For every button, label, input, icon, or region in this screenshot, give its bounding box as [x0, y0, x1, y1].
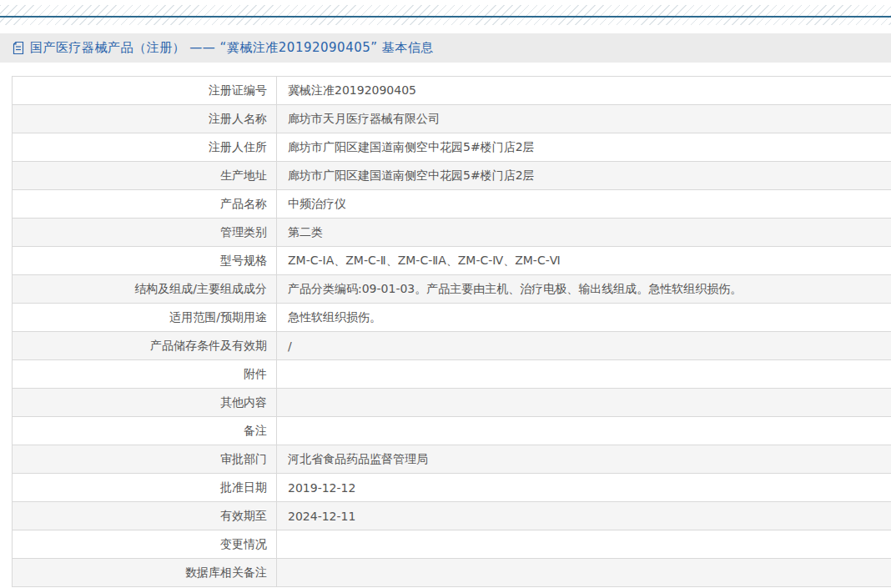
row-value: 河北省食品药品监督管理局	[277, 445, 891, 473]
top-rule-line	[0, 16, 891, 18]
page-title: 国产医疗器械产品（注册） —— “冀械注准20192090405” 基本信息	[30, 40, 434, 56]
table-row: 批准日期 2019-12-12	[13, 474, 891, 502]
table-row: 审批部门 河北省食品药品监督管理局	[13, 445, 891, 474]
row-label: 审批部门	[13, 445, 277, 473]
table-row: 生产地址 廊坊市广阳区建国道南侧空中花园5#楼门店2层	[13, 162, 891, 190]
row-value	[277, 389, 891, 416]
row-label: 变更情况	[13, 530, 277, 558]
row-value: ZM-C-ⅠA、ZM-C-Ⅱ、ZM-C-ⅡA、ZM-C-Ⅳ、ZM-C-Ⅵ	[277, 247, 891, 274]
row-value: 2024-12-11	[277, 502, 891, 530]
row-value: 产品分类编码:09-01-03。产品主要由主机、治疗电极、输出线组成。急性软组织…	[277, 275, 891, 303]
table-row: 数据库相关备注	[13, 559, 891, 587]
table-row: 产品储存条件及有效期 /	[13, 332, 891, 360]
table-row: 变更情况	[13, 530, 891, 559]
page-header: 国产医疗器械产品（注册） —— “冀械注准20192090405” 基本信息	[0, 33, 891, 63]
row-value	[277, 559, 891, 586]
row-label: 数据库相关备注	[13, 559, 277, 586]
row-label: 注册证编号	[13, 77, 277, 104]
document-icon	[12, 41, 25, 55]
row-label: 附件	[13, 360, 277, 388]
row-value: 廊坊市广阳区建国道南侧空中花园5#楼门店2层	[277, 133, 891, 161]
row-label: 批准日期	[13, 474, 277, 501]
table-row: 有效期至 2024-12-11	[13, 502, 891, 530]
table-row: 注册证编号 冀械注准20192090405	[13, 77, 891, 105]
table-row: 管理类别 第二类	[13, 219, 891, 247]
table-row: 其他内容	[13, 389, 891, 417]
row-value: 冀械注准20192090405	[277, 77, 891, 104]
top-decorative-border	[0, 5, 891, 25]
table-row: 结构及组成/主要组成成分 产品分类编码:09-01-03。产品主要由主机、治疗电…	[13, 275, 891, 304]
row-label: 生产地址	[13, 162, 277, 189]
registration-info-table: 注册证编号 冀械注准20192090405 注册人名称 廊坊市天月医疗器械有限公…	[12, 76, 891, 587]
row-label: 产品储存条件及有效期	[13, 332, 277, 359]
row-value	[277, 417, 891, 445]
row-label: 管理类别	[13, 219, 277, 246]
row-value: 第二类	[277, 219, 891, 246]
row-label: 适用范围/预期用途	[13, 304, 277, 331]
row-value: 廊坊市天月医疗器械有限公司	[277, 105, 891, 133]
row-value	[277, 360, 891, 388]
table-row: 注册人名称 廊坊市天月医疗器械有限公司	[13, 105, 891, 133]
row-value: 2019-12-12	[277, 474, 891, 501]
table-row: 注册人住所 廊坊市广阳区建国道南侧空中花园5#楼门店2层	[13, 133, 891, 162]
table-row: 备注	[13, 417, 891, 445]
row-value: 中频治疗仪	[277, 190, 891, 218]
row-value	[277, 530, 891, 558]
row-label: 有效期至	[13, 502, 277, 530]
table-row: 产品名称 中频治疗仪	[13, 190, 891, 219]
row-label: 其他内容	[13, 389, 277, 416]
row-label: 注册人名称	[13, 105, 277, 133]
row-label: 结构及组成/主要组成成分	[13, 275, 277, 303]
row-label: 备注	[13, 417, 277, 445]
row-value: /	[277, 332, 891, 359]
row-value: 急性软组织损伤。	[277, 304, 891, 331]
row-label: 产品名称	[13, 190, 277, 218]
row-label: 型号规格	[13, 247, 277, 274]
table-row: 适用范围/预期用途 急性软组织损伤。	[13, 304, 891, 332]
table-row: 型号规格 ZM-C-ⅠA、ZM-C-Ⅱ、ZM-C-ⅡA、ZM-C-Ⅳ、ZM-C-…	[13, 247, 891, 275]
row-label: 注册人住所	[13, 133, 277, 161]
row-value: 廊坊市广阳区建国道南侧空中花园5#楼门店2层	[277, 162, 891, 189]
table-row: 附件	[13, 360, 891, 389]
